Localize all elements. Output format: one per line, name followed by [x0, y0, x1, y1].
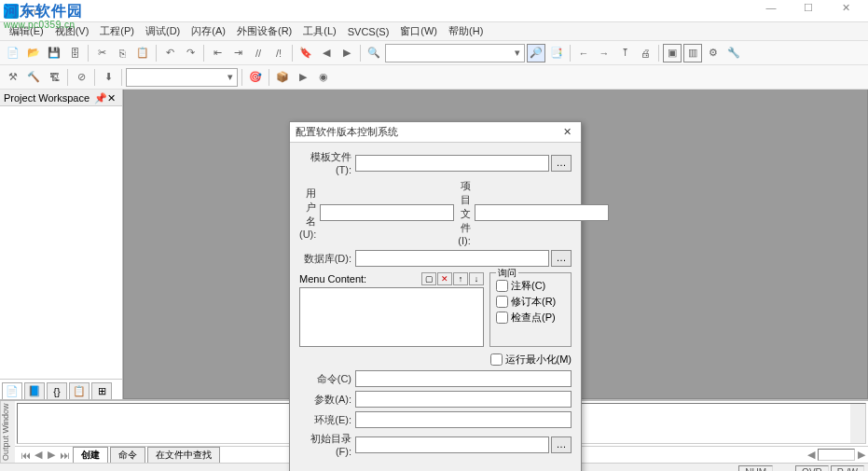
uncomment-icon[interactable]: /!	[269, 44, 288, 62]
comment-icon[interactable]: //	[249, 44, 268, 62]
mc-down-icon[interactable]: ↓	[469, 272, 484, 285]
project-tree[interactable]	[0, 106, 122, 379]
template-input[interactable]	[355, 155, 549, 172]
save-all-icon[interactable]: 🗄	[65, 44, 84, 62]
initdir-input[interactable]	[355, 436, 549, 453]
user-input[interactable]	[320, 204, 454, 221]
menu-peripheral[interactable]: 外围设备(R)	[233, 22, 296, 40]
tab-nav-last-icon[interactable]: ⏭	[58, 450, 71, 461]
menu-window[interactable]: 窗口(W)	[396, 22, 441, 40]
checkpoint-checkbox[interactable]: 检查点(P)	[496, 311, 565, 325]
search-scope-icon[interactable]: 🔎	[527, 44, 545, 62]
find-in-files-icon[interactable]: 📑	[547, 44, 566, 62]
tab-nav-next-icon[interactable]: ▶	[45, 449, 58, 461]
command-input[interactable]	[355, 370, 572, 387]
database-input[interactable]	[355, 250, 549, 267]
menu-edit[interactable]: 编辑(E)	[6, 22, 48, 40]
tab-nav-prev-icon[interactable]: ◀	[32, 449, 45, 461]
args-input[interactable]	[355, 391, 572, 408]
menu-project[interactable]: 工程(P)	[96, 22, 138, 40]
tab-nav-first-icon[interactable]: ⏮	[19, 450, 32, 461]
comments-checkbox[interactable]: 注释(C)	[496, 279, 565, 293]
mc-up-icon[interactable]: ↑	[453, 272, 468, 285]
save-icon[interactable]: 💾	[45, 44, 63, 62]
tab-templates-icon[interactable]: 📋	[69, 382, 90, 399]
open-file-icon[interactable]: 📂	[24, 44, 43, 62]
nav-forward-icon[interactable]: →	[595, 44, 613, 62]
tab-files-icon[interactable]: 📄	[2, 382, 22, 399]
indent-right-icon[interactable]: ⇥	[228, 44, 247, 62]
debug-window1-icon[interactable]: ▣	[663, 44, 682, 62]
close-button[interactable]: ✕	[827, 2, 864, 21]
download-icon[interactable]: ⬇	[99, 68, 117, 87]
rebuild-icon[interactable]: 🔨	[24, 68, 43, 87]
menu-debug[interactable]: 调试(D)	[142, 22, 184, 40]
build-icon[interactable]: ⚒	[4, 68, 22, 87]
copy-icon[interactable]: ⎘	[113, 44, 131, 62]
project-input[interactable]	[475, 204, 609, 221]
status-rw: R /W	[831, 465, 864, 471]
hscroll-left-icon[interactable]: ◀	[805, 449, 818, 461]
template-browse-button[interactable]: …	[551, 155, 572, 172]
env-input[interactable]	[355, 411, 572, 428]
bookmark-prev-icon[interactable]: ◀	[317, 44, 336, 62]
svcs-config-dialog: 配置软件版本控制系统 ✕ 模板文件(T): … 用户名(U): 项目文件(I):…	[289, 121, 582, 471]
cut-icon[interactable]: ✂	[92, 44, 111, 62]
output-tab-command[interactable]: 命令	[110, 447, 145, 463]
mc-delete-icon[interactable]: ✕	[437, 272, 452, 285]
output-tab-findinfiles[interactable]: 在文件中查找	[147, 447, 220, 463]
manage-icon[interactable]: 📦	[273, 68, 292, 87]
debug-window2-icon[interactable]: ▥	[683, 44, 702, 62]
menu-flash[interactable]: 闪存(A)	[187, 22, 229, 40]
maximize-button[interactable]: ☐	[790, 2, 827, 21]
toolbar-1: 📄 📂 💾 🗄 ✂ ⎘ 📋 ↶ ↷ ⇤ ⇥ // /! 🔖 ◀ ▶ 🔍 ▾ 🔎 …	[0, 41, 868, 65]
menucontent-label: Menu Content:	[299, 273, 366, 284]
new-file-icon[interactable]: 📄	[4, 44, 22, 62]
tab-books-icon[interactable]: 📘	[24, 382, 45, 399]
redo-icon[interactable]: ↷	[181, 44, 200, 62]
output-scrollbar[interactable]	[850, 404, 865, 443]
command-label: 命令(C)	[299, 372, 355, 386]
options-icon[interactable]: 🔧	[724, 44, 743, 62]
panel-close-icon[interactable]: ✕	[107, 92, 118, 104]
initdir-label: 初始目录(F):	[299, 432, 355, 457]
find-icon[interactable]: 🔍	[365, 44, 383, 62]
minimize-checkbox[interactable]: 运行最小化(M)	[299, 353, 572, 367]
find-combo[interactable]: ▾	[385, 44, 525, 62]
debug-config-icon[interactable]: ⚙	[704, 44, 723, 62]
tab-regs-icon[interactable]: ⊞	[91, 382, 112, 399]
bookmark-next-icon[interactable]: ▶	[338, 44, 356, 62]
minimize-button[interactable]: —	[752, 2, 790, 21]
stop-build-icon[interactable]: ⊘	[72, 68, 90, 87]
user-label: 用户名(U):	[299, 187, 320, 240]
hscroll-right-icon[interactable]: ▶	[855, 449, 868, 461]
nav-back-icon[interactable]: ←	[574, 44, 593, 62]
menu-help[interactable]: 帮助(H)	[445, 22, 487, 40]
rebuild-all-icon[interactable]: 🏗	[45, 68, 63, 87]
mc-new-icon[interactable]: ▢	[421, 272, 436, 285]
dialog-close-icon[interactable]: ✕	[558, 126, 575, 138]
menu-tools[interactable]: 工具(L)	[299, 22, 339, 40]
hscroll-track[interactable]	[818, 449, 855, 461]
menu-svcs[interactable]: SVCS(S)	[344, 24, 393, 39]
print-icon[interactable]: 🖨	[636, 44, 654, 62]
breakpoint-icon[interactable]: ◉	[314, 68, 333, 87]
paste-icon[interactable]: 📋	[133, 44, 152, 62]
status-ovr: OVR	[795, 465, 829, 471]
target-combo[interactable]: ▾	[126, 68, 238, 87]
indent-left-icon[interactable]: ⇤	[208, 44, 227, 62]
options-target-icon[interactable]: 🎯	[246, 68, 265, 87]
tab-functions-icon[interactable]: {}	[47, 382, 67, 399]
menu-view[interactable]: 视图(V)	[51, 22, 93, 40]
pin-icon[interactable]: 📌	[94, 92, 105, 104]
bookmark-icon[interactable]: 🔖	[296, 44, 315, 62]
nav-up-icon[interactable]: ⤒	[615, 44, 634, 62]
undo-icon[interactable]: ↶	[160, 44, 179, 62]
dialog-titlebar[interactable]: 配置软件版本控制系统 ✕	[290, 122, 581, 143]
revision-checkbox[interactable]: 修订本(R)	[496, 295, 565, 309]
debug-start-icon[interactable]: ▶	[294, 68, 312, 87]
output-tab-build[interactable]: 创建	[73, 447, 108, 463]
database-browse-button[interactable]: …	[551, 250, 572, 267]
menucontent-list[interactable]	[299, 287, 484, 347]
initdir-browse-button[interactable]: …	[551, 436, 572, 453]
